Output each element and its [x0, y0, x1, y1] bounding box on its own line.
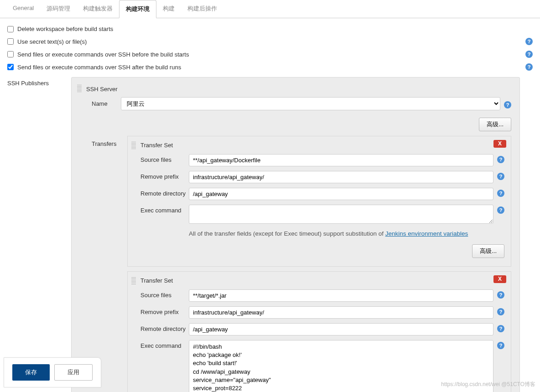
exec-cmd-label: Exec command: [140, 205, 189, 214]
chk-ssh-before-label: Send files or execute commands over SSH …: [17, 51, 522, 58]
tab-build-env[interactable]: 构建环境: [119, 0, 156, 18]
remote-dir-input[interactable]: [189, 188, 493, 200]
drag-handle-icon[interactable]: [131, 142, 136, 149]
help-icon[interactable]: ?: [497, 291, 504, 299]
chk-secret-text-label: Use secret text(s) or file(s): [17, 38, 522, 45]
help-icon[interactable]: ?: [504, 101, 511, 108]
jenkins-env-vars-link[interactable]: Jenkins environment variables: [385, 230, 468, 237]
transfers-label: Transfers: [86, 136, 127, 392]
transfer-help-note: All of the transfer fields (except for E…: [140, 228, 504, 242]
drag-handle-icon[interactable]: [131, 277, 136, 284]
advanced-button[interactable]: 高级...: [472, 244, 504, 258]
tab-build-triggers[interactable]: 构建触发器: [77, 0, 119, 18]
help-icon[interactable]: ?: [497, 308, 504, 315]
drag-handle-icon[interactable]: [77, 85, 82, 92]
exec-cmd-label: Exec command: [140, 340, 189, 349]
footer-bar: 保存 应用: [4, 357, 101, 387]
tab-general[interactable]: General: [6, 0, 40, 18]
chk-secret-text[interactable]: [7, 38, 14, 45]
help-icon[interactable]: ?: [497, 173, 504, 180]
help-icon[interactable]: ?: [497, 206, 504, 214]
save-button[interactable]: 保存: [12, 364, 50, 381]
remove-prefix-label: Remove prefix: [140, 171, 189, 180]
remove-prefix-input[interactable]: [189, 171, 493, 183]
source-files-input[interactable]: [189, 154, 493, 166]
help-icon[interactable]: ?: [497, 325, 504, 332]
remove-prefix-label: Remove prefix: [140, 306, 189, 315]
help-icon[interactable]: ?: [525, 51, 533, 58]
help-icon[interactable]: ?: [497, 190, 504, 197]
remote-dir-label: Remote directory: [140, 323, 189, 332]
ssh-publishers-panel: SSH Server Name 阿里云 ? 高级... Transfers: [71, 77, 520, 392]
transfer-set-2: X Transfer Set Source files ? Remove pre…: [127, 271, 511, 392]
tab-build[interactable]: 构建: [156, 0, 181, 18]
help-icon[interactable]: ?: [497, 156, 504, 163]
delete-transfer-set-button[interactable]: X: [493, 275, 506, 283]
delete-transfer-set-button[interactable]: X: [493, 140, 506, 148]
server-name-select[interactable]: 阿里云: [121, 97, 500, 110]
exec-cmd-input[interactable]: [189, 205, 493, 224]
source-files-label: Source files: [140, 289, 189, 299]
apply-button[interactable]: 应用: [54, 364, 93, 381]
chk-ssh-after-label: Send files or execute commands over SSH …: [17, 64, 522, 71]
help-icon[interactable]: ?: [497, 342, 504, 349]
exec-cmd-input[interactable]: [189, 340, 493, 392]
advanced-button[interactable]: 高级...: [479, 118, 511, 131]
tab-bar: General 源码管理 构建触发器 构建环境 构建 构建后操作: [0, 0, 540, 18]
tab-scm[interactable]: 源码管理: [40, 0, 77, 18]
name-label: Name: [92, 100, 121, 107]
transfer-set-title: Transfer Set: [140, 142, 504, 149]
remote-dir-label: Remote directory: [140, 188, 189, 197]
source-files-label: Source files: [140, 154, 189, 163]
chk-ssh-after[interactable]: [7, 64, 14, 70]
chk-delete-workspace-label: Delete workspace before build starts: [17, 26, 533, 32]
transfer-set-1: X Transfer Set Source files ? Remove pre…: [127, 136, 511, 267]
tab-post-build[interactable]: 构建后操作: [181, 0, 223, 18]
remove-prefix-input[interactable]: [189, 306, 493, 319]
help-icon[interactable]: ?: [525, 63, 533, 71]
ssh-publishers-label: SSH Publishers: [7, 77, 71, 392]
chk-delete-workspace[interactable]: [7, 26, 14, 32]
ssh-server-title: SSH Server: [86, 86, 511, 93]
help-icon[interactable]: ?: [525, 38, 533, 45]
transfer-set-title: Transfer Set: [140, 277, 504, 284]
remote-dir-input[interactable]: [189, 323, 493, 335]
chk-ssh-before[interactable]: [7, 51, 14, 57]
source-files-input[interactable]: [189, 289, 493, 302]
